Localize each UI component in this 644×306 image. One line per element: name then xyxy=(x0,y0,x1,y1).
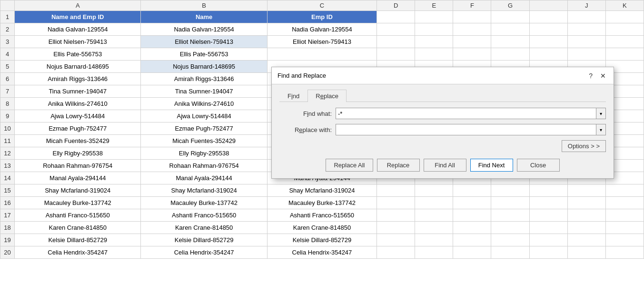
cell-f1[interactable] xyxy=(453,11,491,23)
cell-b9[interactable]: Ajwa Lowry-514484 xyxy=(141,110,267,122)
cell-extra-20-6[interactable] xyxy=(605,246,644,259)
cell-extra-4-1[interactable] xyxy=(415,48,453,61)
cell-b19[interactable]: Kelsie Dillard-852729 xyxy=(141,234,267,246)
cell-a13[interactable]: Rohaan Rahman-976754 xyxy=(15,160,141,172)
cell-a16[interactable]: Macauley Burke-137742 xyxy=(15,197,141,209)
cell-extra-20-1[interactable] xyxy=(415,246,453,259)
replace-all-button[interactable]: Replace All xyxy=(326,159,373,172)
cell-c2[interactable]: Nadia Galvan-129554 xyxy=(267,23,376,36)
cell-a17[interactable]: Ashanti Franco-515650 xyxy=(15,209,141,222)
cell-extra-18-0[interactable] xyxy=(377,222,415,234)
find-what-dropdown[interactable]: ▾ xyxy=(596,108,606,119)
cell-extra-4-0[interactable] xyxy=(377,48,415,61)
cell-a6[interactable]: Amirah Riggs-313646 xyxy=(15,73,141,85)
cell-extra-20-0[interactable] xyxy=(377,246,415,259)
cell-extra-18-5[interactable] xyxy=(567,222,605,234)
cell-extra-20-4[interactable] xyxy=(529,246,567,259)
cell-b12[interactable]: Elly Rigby-295538 xyxy=(141,147,267,160)
cell-extra-19-0[interactable] xyxy=(377,234,415,246)
cell-extra-15-0[interactable] xyxy=(377,184,415,197)
cell-extra-17-4[interactable] xyxy=(529,209,567,222)
cell-a5[interactable]: Nojus Barnard-148695 xyxy=(15,61,141,73)
cell-extra-15-3[interactable] xyxy=(491,184,529,197)
cell-extra-4-5[interactable] xyxy=(567,48,605,61)
cell-j1[interactable] xyxy=(567,11,605,23)
cell-extra-17-3[interactable] xyxy=(491,209,529,222)
cell-a18[interactable]: Karen Crane-814850 xyxy=(15,222,141,234)
cell-extra-15-1[interactable] xyxy=(415,184,453,197)
cell-extra-15-5[interactable] xyxy=(567,184,605,197)
replace-button[interactable]: Replace xyxy=(377,159,420,172)
cell-extra-19-6[interactable] xyxy=(605,234,644,246)
cell-extra-20-2[interactable] xyxy=(453,246,491,259)
cell-extra-2-4[interactable] xyxy=(529,23,567,36)
cell-b20[interactable]: Celia Hendrix-354247 xyxy=(141,246,267,259)
cell-extra-3-1[interactable] xyxy=(415,36,453,48)
cell-b3[interactable]: Elliot Nielsen-759413 xyxy=(141,36,267,48)
cell-b18[interactable]: Karen Crane-814850 xyxy=(141,222,267,234)
col-header-c[interactable]: C xyxy=(267,0,376,11)
cell-extra-2-2[interactable] xyxy=(453,23,491,36)
cell-extra-2-5[interactable] xyxy=(567,23,605,36)
close-button[interactable]: Close xyxy=(517,159,560,172)
cell-c3[interactable]: Elliot Nielsen-759413 xyxy=(267,36,376,48)
cell-extra-4-4[interactable] xyxy=(529,48,567,61)
cell-extra-3-0[interactable] xyxy=(377,36,415,48)
cell-c17[interactable]: Ashanti Franco-515650 xyxy=(267,209,376,222)
dialog-close-button[interactable]: ✕ xyxy=(598,71,608,81)
cell-extra-17-2[interactable] xyxy=(453,209,491,222)
cell-extra-19-4[interactable] xyxy=(529,234,567,246)
cell-extra-2-3[interactable] xyxy=(491,23,529,36)
tab-find[interactable]: Find xyxy=(279,90,307,102)
cell-a1[interactable]: Name and Emp ID xyxy=(15,11,141,23)
cell-extra-16-4[interactable] xyxy=(529,197,567,209)
col-header-a[interactable]: A xyxy=(15,0,141,11)
cell-extra-16-6[interactable] xyxy=(605,197,644,209)
cell-c15[interactable]: Shay Mcfarland-319024 xyxy=(267,184,376,197)
cell-a2[interactable]: Nadia Galvan-129554 xyxy=(15,23,141,36)
replace-with-dropdown[interactable]: ▾ xyxy=(596,124,606,135)
replace-with-input[interactable] xyxy=(336,124,596,135)
cell-b6[interactable]: Amirah Riggs-313646 xyxy=(141,73,267,85)
cell-b5[interactable]: Nojus Barnard-148695 xyxy=(141,61,267,73)
cell-extra-19-5[interactable] xyxy=(567,234,605,246)
cell-a19[interactable]: Kelsie Dillard-852729 xyxy=(15,234,141,246)
cell-a14[interactable]: Manal Ayala-294144 xyxy=(15,172,141,184)
cell-b11[interactable]: Micah Fuentes-352429 xyxy=(141,135,267,147)
cell-a8[interactable]: Anika Wilkins-274610 xyxy=(15,98,141,110)
cell-extra-2-6[interactable] xyxy=(605,23,644,36)
cell-a12[interactable]: Elly Rigby-295538 xyxy=(15,147,141,160)
cell-a15[interactable]: Shay Mcfarland-319024 xyxy=(15,184,141,197)
cell-b2[interactable]: Nadia Galvan-129554 xyxy=(141,23,267,36)
cell-a4[interactable]: Ellis Pate-556753 xyxy=(15,48,141,61)
col-header-e[interactable]: E xyxy=(415,0,453,11)
cell-extra-20-5[interactable] xyxy=(567,246,605,259)
cell-c19[interactable]: Kelsie Dillard-852729 xyxy=(267,234,376,246)
cell-extra-18-1[interactable] xyxy=(415,222,453,234)
cell-b1[interactable]: Name xyxy=(141,11,267,23)
cell-k1[interactable] xyxy=(605,11,644,23)
cell-c16[interactable]: Macauley Burke-137742 xyxy=(267,197,376,209)
cell-extra-4-2[interactable] xyxy=(453,48,491,61)
cell-a11[interactable]: Micah Fuentes-352429 xyxy=(15,135,141,147)
cell-extra-3-4[interactable] xyxy=(529,36,567,48)
cell-extra-20-3[interactable] xyxy=(491,246,529,259)
cell-extra-18-3[interactable] xyxy=(491,222,529,234)
find-what-input[interactable] xyxy=(336,108,596,119)
cell-extra-18-4[interactable] xyxy=(529,222,567,234)
cell-c20[interactable]: Celia Hendrix-354247 xyxy=(267,246,376,259)
cell-extra-3-5[interactable] xyxy=(567,36,605,48)
cell-extra-15-6[interactable] xyxy=(605,184,644,197)
cell-extra-15-2[interactable] xyxy=(453,184,491,197)
cell-a20[interactable]: Celia Hendrix-354247 xyxy=(15,246,141,259)
col-header-b[interactable]: B xyxy=(141,0,267,11)
cell-extra-16-2[interactable] xyxy=(453,197,491,209)
cell-extra-19-3[interactable] xyxy=(491,234,529,246)
cell-g1[interactable] xyxy=(491,11,529,23)
cell-extra-16-0[interactable] xyxy=(377,197,415,209)
options-button[interactable]: Options > > xyxy=(562,140,606,152)
cell-a9[interactable]: Ajwa Lowry-514484 xyxy=(15,110,141,122)
cell-extra-3-6[interactable] xyxy=(605,36,644,48)
cell-b7[interactable]: Tina Sumner-194047 xyxy=(141,85,267,98)
cell-extra-3-2[interactable] xyxy=(453,36,491,48)
